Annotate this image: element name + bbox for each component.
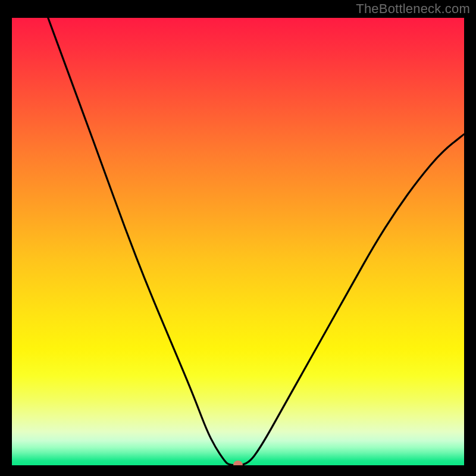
plot-area [12, 18, 464, 465]
chart-frame: TheBottleneck.com [0, 0, 476, 476]
curve-path [48, 18, 464, 465]
optimal-point-marker [233, 461, 243, 465]
bottleneck-curve [12, 18, 464, 465]
watermark-text: TheBottleneck.com [356, 1, 470, 17]
